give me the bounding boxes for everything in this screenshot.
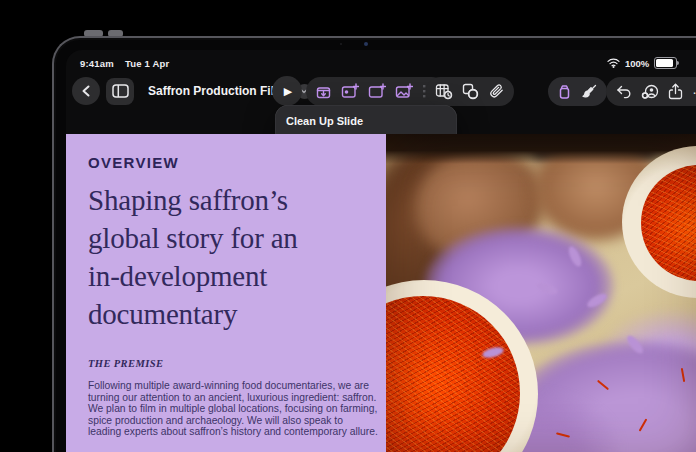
undo-icon[interactable]	[615, 84, 632, 99]
object-toolbar-group	[426, 77, 514, 106]
add-media-icon[interactable]	[395, 83, 413, 100]
pencil-tools-group	[548, 77, 607, 106]
clock: 9:41am	[80, 58, 114, 69]
play-icon: ▶	[284, 85, 292, 98]
insert-toolbar-group	[306, 77, 446, 106]
slide-canvas[interactable]: OVERVIEW Shaping saffron’s global story …	[66, 134, 696, 452]
add-slide-icon[interactable]	[368, 83, 386, 100]
back-icon	[80, 84, 92, 98]
heading-line: documentary	[88, 295, 386, 333]
slide-body-text: Following multiple award-winning food do…	[88, 380, 378, 438]
slide-eyebrow: OVERVIEW	[88, 154, 386, 171]
document-title[interactable]: Saffron Production Film	[148, 84, 285, 98]
photo-vignette	[386, 134, 696, 452]
collaborate-icon[interactable]	[641, 83, 659, 100]
date: Tue 1 Apr	[125, 58, 170, 69]
chart-clock-icon[interactable]	[435, 83, 453, 100]
ipad-device: 9:41am Tue 1 Apr 100%	[52, 36, 696, 452]
add-photo-icon[interactable]	[341, 83, 359, 100]
front-camera	[364, 42, 368, 46]
view-options-button[interactable]	[106, 78, 134, 105]
marker-icon[interactable]	[557, 83, 572, 100]
camera-sensor	[340, 43, 342, 45]
actions-toolbar-group: …	[606, 77, 696, 106]
share-icon[interactable]	[668, 83, 683, 100]
sidebar-icon	[112, 84, 129, 98]
play-button[interactable]: ▶	[272, 76, 302, 106]
clean-up-icon[interactable]	[315, 83, 332, 100]
slide-heading: Shaping saffron’s global story for an in…	[88, 181, 386, 333]
heading-line: global story for an	[88, 219, 386, 257]
slide-text-panel[interactable]: OVERVIEW Shaping saffron’s global story …	[66, 134, 386, 452]
more-icon[interactable]: …	[692, 84, 696, 94]
status-bar-right: 100%	[607, 57, 677, 69]
popup-title: Clean Up Slide	[286, 115, 446, 127]
scene: 9:41am Tue 1 Apr 100%	[0, 0, 696, 452]
battery-icon	[654, 57, 677, 69]
slide-photo[interactable]	[386, 134, 696, 452]
brush-icon[interactable]	[581, 83, 598, 100]
paperclip-icon[interactable]	[488, 83, 505, 100]
slide-premise-label: THE PREMISE	[88, 358, 386, 369]
back-button[interactable]	[72, 77, 100, 105]
heading-line: Shaping saffron’s	[88, 181, 386, 219]
status-bar: 9:41am Tue 1 Apr	[80, 58, 170, 69]
shapes-icon[interactable]	[462, 83, 479, 100]
ipad-screen: 9:41am Tue 1 Apr 100%	[66, 50, 696, 452]
battery-percent: 100%	[625, 58, 649, 69]
wifi-icon	[607, 58, 620, 68]
heading-line: in-development	[88, 257, 386, 295]
